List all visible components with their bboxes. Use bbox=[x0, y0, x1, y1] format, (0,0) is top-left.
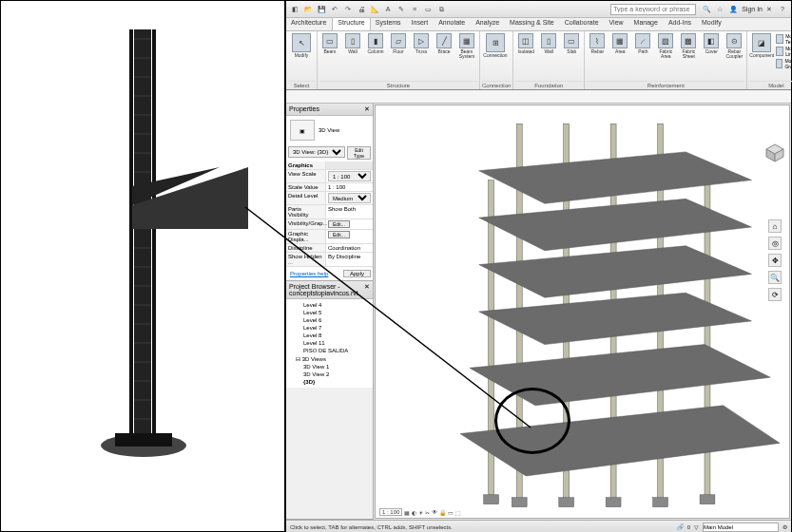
tree-item[interactable]: Level 4 bbox=[290, 301, 373, 309]
close-hidden-icon[interactable]: ▭ bbox=[422, 4, 434, 15]
tree-item-active[interactable]: {3D} bbox=[290, 378, 373, 386]
path-button[interactable]: ⟋Path bbox=[632, 33, 653, 54]
beamsystem-button[interactable]: ▦Beam System bbox=[456, 33, 477, 59]
vc-icon[interactable]: ☀ bbox=[418, 509, 423, 516]
component-button[interactable]: ◪Component bbox=[749, 33, 774, 58]
search-input[interactable] bbox=[610, 4, 696, 15]
beam-button[interactable]: ▭Beam bbox=[319, 33, 340, 54]
design-options-icon[interactable]: ⚙ bbox=[782, 523, 787, 530]
vc-icon[interactable]: ✂ bbox=[425, 509, 430, 516]
floor-button[interactable]: ▱Floor bbox=[388, 33, 409, 54]
tab-structure[interactable]: Structure bbox=[332, 18, 370, 30]
rebar-button[interactable]: ⌇Rebar bbox=[587, 33, 608, 54]
tab-modify[interactable]: Modify bbox=[697, 18, 727, 30]
vc-icon[interactable]: 👁 bbox=[432, 509, 437, 515]
type-selector[interactable]: 3D View: {3D} bbox=[288, 146, 345, 158]
print-icon[interactable]: 🖨 bbox=[356, 4, 367, 15]
thin-lines-icon[interactable]: ≡ bbox=[409, 4, 420, 15]
tree-item[interactable]: Level 5 bbox=[290, 309, 373, 316]
tab-analyze[interactable]: Analyze bbox=[471, 18, 505, 30]
pan-icon[interactable]: ✥ bbox=[768, 254, 782, 267]
tree-item[interactable]: Level 11 bbox=[290, 339, 373, 347]
exchange-icon[interactable]: ✕ bbox=[763, 4, 775, 15]
tab-insert[interactable]: Insert bbox=[407, 18, 435, 30]
close-icon[interactable]: ✕ bbox=[364, 283, 370, 296]
home-icon[interactable]: ⌂ bbox=[768, 219, 782, 233]
browser-tree[interactable]: Level 4 Level 5 Level 6 Level 7 Level 8 … bbox=[286, 299, 373, 388]
tab-addins[interactable]: Add-Ins bbox=[664, 18, 697, 30]
tree-item[interactable]: Level 6 bbox=[290, 316, 373, 324]
vc-icon[interactable]: ⬚ bbox=[455, 509, 461, 516]
truss-button[interactable]: ▷Truss bbox=[411, 33, 432, 54]
tab-annotate[interactable]: Annotate bbox=[434, 18, 471, 30]
search-icon[interactable]: 🔍 bbox=[701, 4, 712, 15]
prop-viewscale-field[interactable]: 1 : 100 bbox=[328, 171, 371, 181]
prop-disc: Coordination bbox=[326, 244, 373, 252]
undo-icon[interactable]: ↶ bbox=[329, 4, 340, 15]
tree-item[interactable]: Level 7 bbox=[290, 324, 373, 332]
workset-field[interactable] bbox=[703, 522, 779, 532]
orbit-icon[interactable]: ⟳ bbox=[768, 288, 782, 301]
prop-detail-field[interactable]: Medium bbox=[328, 193, 371, 203]
modelline-button[interactable]: Model Line bbox=[776, 46, 792, 57]
tree-item[interactable]: PISO DE SALIDA bbox=[290, 347, 373, 354]
apply-button[interactable]: Apply bbox=[343, 270, 371, 277]
vc-icon[interactable]: 🔒 bbox=[439, 509, 446, 516]
tab-systems[interactable]: Systems bbox=[371, 18, 407, 30]
tree-item[interactable]: Level 8 bbox=[290, 332, 373, 339]
tab-view[interactable]: View bbox=[605, 18, 629, 30]
switch-win-icon[interactable]: ⧉ bbox=[435, 4, 447, 15]
viewcube[interactable] bbox=[765, 143, 784, 162]
modify-button[interactable]: ↖Modify bbox=[288, 33, 315, 58]
modelgroup-button[interactable]: Model Group bbox=[776, 58, 792, 69]
open-icon[interactable]: 📂 bbox=[302, 4, 314, 15]
fwall-button[interactable]: ▯Wall bbox=[538, 33, 559, 54]
signin-link[interactable]: Sign In bbox=[742, 6, 763, 12]
tab-architecture[interactable]: Architecture bbox=[286, 18, 332, 30]
fabricsheet-button[interactable]: ▩Fabric Sheet bbox=[678, 33, 699, 59]
prop-vg-button[interactable]: Edit... bbox=[328, 220, 350, 228]
user-icon[interactable]: 👤 bbox=[727, 4, 739, 15]
column-button[interactable]: ▮Column bbox=[365, 33, 386, 54]
ws-icon[interactable]: 🔗 bbox=[677, 523, 684, 530]
close-icon[interactable]: ✕ bbox=[364, 105, 370, 113]
tab-manage[interactable]: Manage bbox=[629, 18, 664, 30]
measure-icon[interactable]: 📐 bbox=[369, 4, 380, 15]
scale-display[interactable]: 1 : 100 bbox=[379, 508, 402, 516]
wheel-icon[interactable]: ◎ bbox=[768, 237, 782, 250]
zoom-icon[interactable]: 🔍 bbox=[768, 271, 782, 284]
fabricarea-button[interactable]: ▨Fabric Area bbox=[655, 33, 676, 59]
isolated-button[interactable]: ◫Isolated bbox=[515, 33, 536, 54]
wall-button[interactable]: ▯Wall bbox=[342, 33, 363, 54]
tree-item[interactable]: 3D View 1 bbox=[290, 363, 373, 370]
slab-button[interactable]: ▭Slab bbox=[561, 33, 582, 54]
dim-icon[interactable]: A bbox=[382, 4, 394, 15]
tab-massing[interactable]: Massing & Site bbox=[505, 18, 560, 30]
brace-button[interactable]: ╱Brace bbox=[434, 33, 454, 54]
help-icon[interactable]: ? bbox=[777, 4, 788, 15]
section-icon[interactable]: ✎ bbox=[396, 4, 407, 15]
coupler-button[interactable]: ⊝Rebar Coupler bbox=[724, 33, 744, 59]
quick-access-toolbar: ◧ 📂 💾 ↶ ↷ 🖨 📐 A ✎ ≡ ▭ ⧉ 🔍 ☆ 👤 Sign In ✕ … bbox=[286, 1, 791, 18]
vc-icon[interactable]: ▦ bbox=[404, 509, 410, 516]
prop-gd-button[interactable]: Edit... bbox=[328, 231, 350, 238]
filter-icon[interactable]: ▽ bbox=[694, 523, 699, 530]
star-icon[interactable]: ☆ bbox=[714, 4, 725, 15]
tree-item[interactable]: 3D View 2 bbox=[290, 370, 373, 378]
tab-collaborate[interactable]: Collaborate bbox=[560, 18, 605, 30]
cover-button[interactable]: ◧Cover bbox=[701, 33, 722, 54]
edit-type-button[interactable]: Edit Type bbox=[347, 146, 371, 160]
cursor-icon: ↖ bbox=[292, 33, 311, 52]
tree-node-3dviews[interactable]: 3D Views bbox=[290, 354, 373, 363]
redo-icon[interactable]: ↷ bbox=[342, 4, 354, 15]
area-button[interactable]: ▦Area bbox=[609, 33, 630, 54]
save-icon[interactable]: 💾 bbox=[316, 4, 327, 15]
modeltext-button[interactable]: Model Text bbox=[776, 33, 792, 45]
properties-help-link[interactable]: Properties help bbox=[288, 269, 330, 278]
app-menu-icon[interactable]: ◧ bbox=[289, 4, 300, 15]
vc-icon[interactable]: ▭ bbox=[448, 509, 454, 516]
vc-icon[interactable]: ◐ bbox=[412, 509, 416, 516]
building-model bbox=[376, 105, 789, 518]
viewport-3d[interactable]: ⌂ ◎ ✥ 🔍 ⟳ 1 : 100 ▦ ◐ ☀ ✂ 👁 🔒 ▭ ⬚ bbox=[375, 104, 790, 519]
connection-button[interactable]: ⊞Connection bbox=[482, 33, 509, 58]
